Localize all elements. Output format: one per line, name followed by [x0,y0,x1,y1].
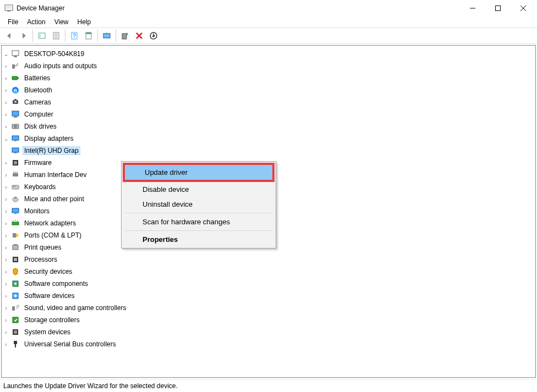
tree-item-label: Firmware [23,158,53,167]
expand-icon[interactable]: › [2,75,10,81]
titlebar: Device Manager [0,0,537,16]
svg-rect-54 [13,233,16,238]
svg-rect-58 [14,258,17,261]
expand-icon[interactable]: › [2,196,10,202]
expand-icon[interactable]: › [2,63,10,69]
tree-category[interactable]: › Security devices [2,266,535,278]
expand-icon[interactable]: › [2,160,10,166]
category-icon [10,74,20,82]
expand-icon[interactable]: › [2,220,10,227]
tree-item-label: Security devices [23,267,74,276]
category-icon [10,98,20,107]
toolbar-separator [65,30,65,42]
menu-file[interactable]: File [3,17,23,27]
tree-root[interactable]: ⌄ DESKTOP-504K819 [2,48,535,60]
expand-icon[interactable]: › [2,245,10,251]
tree-category[interactable]: › Software components [2,278,535,290]
expand-icon[interactable]: › [2,172,10,178]
ctx-update-driver[interactable]: Update driver [123,163,275,182]
collapse-icon[interactable]: ⌄ [2,51,10,57]
ctx-uninstall-device[interactable]: Uninstall device [123,197,275,212]
expand-icon[interactable]: › [2,281,10,287]
tree-item-label: Display adapters [23,134,75,143]
tree-category[interactable]: › B Bluetooth [2,84,535,96]
tree-device[interactable]: › Intel(R) UHD Grap [2,145,535,157]
expand-icon[interactable]: › [2,100,10,106]
category-icon [10,110,20,119]
uninstall-device-button[interactable] [133,29,146,42]
back-button[interactable] [3,29,16,42]
update-driver-button[interactable] [100,29,113,42]
properties-button[interactable] [50,29,63,42]
tree-category[interactable]: › Audio inputs and outputs [2,60,535,72]
expand-icon[interactable]: › [2,124,10,130]
tree-category[interactable]: › Sound, video and game controllers [2,302,535,314]
svg-rect-31 [14,99,17,100]
close-button[interactable] [511,0,536,16]
tree-item-label: Ports (COM & LPT) [23,231,83,240]
expand-icon[interactable]: › [2,293,10,299]
ctx-separator [125,213,272,213]
tree-item-label: Monitors [23,207,51,216]
ctx-scan-hardware[interactable]: Scan for hardware changes [123,214,275,229]
expand-icon[interactable]: › [2,208,10,214]
category-icon [10,291,20,300]
tree-category[interactable]: › Software devices [2,290,535,302]
show-hide-console-button[interactable] [35,29,48,42]
action-button[interactable] [82,29,95,42]
minimize-button[interactable] [460,0,485,16]
expand-icon[interactable]: › [2,341,10,347]
expand-icon[interactable]: › [2,87,10,93]
tree-category[interactable]: › Computer [2,108,535,120]
expand-icon[interactable]: › [2,233,10,239]
category-icon [10,219,20,228]
expand-icon[interactable]: › [2,112,10,118]
tree-category[interactable]: › Universal Serial Bus controllers [2,338,535,350]
svg-rect-4 [496,6,501,11]
tree-item-label: Software components [23,279,90,288]
expand-icon[interactable]: › [2,184,10,190]
expand-icon[interactable]: › [2,317,10,323]
status-text: Launches the Update Driver Wizard for th… [3,382,178,390]
tree-item-label: Cameras [23,98,53,107]
maximize-button[interactable] [485,0,511,16]
tree-item-label: Keyboards [23,183,57,191]
svg-point-35 [14,125,17,128]
app-icon [4,4,13,13]
enable-device-button[interactable] [118,29,131,42]
toolbar: ? [0,27,537,44]
svg-rect-22 [12,51,19,56]
scan-hardware-button[interactable] [147,29,160,42]
tree-category[interactable]: › Processors [2,253,535,266]
menu-view[interactable]: View [50,17,73,27]
toolbar-separator [116,30,116,42]
tree-item-label: Universal Serial Bus controllers [23,340,118,349]
tree-category[interactable]: › Disk drives [2,120,535,132]
expand-icon[interactable]: › [2,269,10,275]
help-button[interactable]: ? [68,29,81,42]
menu-help[interactable]: Help [73,17,96,27]
category-icon: B [10,86,20,95]
tree-category[interactable]: ⌄ Display adapters [2,132,535,145]
tree-category[interactable]: › Batteries [2,72,535,84]
category-icon [10,170,20,179]
category-icon [10,183,20,191]
svg-rect-23 [14,56,17,57]
category-icon [10,243,20,252]
forward-button[interactable] [17,29,30,42]
tree-category[interactable]: › Storage controllers [2,314,535,326]
statusbar: Launches the Update Driver Wizard for th… [0,379,537,392]
tree-item-label: Computer [23,110,55,119]
ctx-disable-device[interactable]: Disable device [123,182,275,197]
expand-icon[interactable]: › [2,329,10,335]
menu-action[interactable]: Action [23,17,50,27]
tree-item-label: Print queues [23,243,63,252]
collapse-icon[interactable]: ⌄ [2,136,10,142]
tree-category[interactable]: › System devices [2,326,535,338]
expand-icon[interactable]: › [2,257,10,263]
tree-category[interactable]: › Cameras [2,96,535,108]
context-menu: Update driver Disable device Uninstall d… [121,161,276,249]
ctx-properties[interactable]: Properties [123,232,275,247]
svg-rect-17 [103,34,110,38]
expand-icon[interactable]: › [2,305,10,311]
